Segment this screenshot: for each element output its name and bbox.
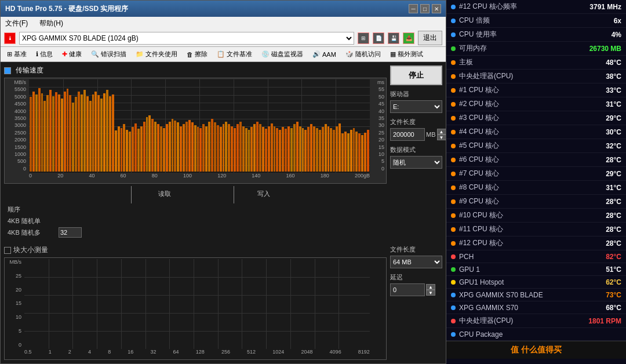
chart-bar xyxy=(339,123,341,172)
tab-info[interactable]: ℹ 信息 xyxy=(32,48,57,60)
chart-bar xyxy=(81,94,83,172)
sep-line-read xyxy=(131,186,132,203)
monitor-bullet xyxy=(451,116,456,121)
chart-bar xyxy=(103,93,105,172)
chart-bar xyxy=(307,127,310,172)
device-bar: 🌡 XPG GAMMIX S70 BLADE (1024 gB) ⊞ 📄 💾 📥… xyxy=(1,30,446,47)
file-length-spinner: ▲ ▼ xyxy=(437,129,446,140)
chart-area: 传输速度 MB/s 5500 5000 4500 4000 3500 3000 … xyxy=(4,65,387,238)
maximize-button[interactable]: □ xyxy=(420,4,430,13)
file-menu[interactable]: 文件(F) xyxy=(3,17,30,30)
monitor-bullet xyxy=(451,46,456,51)
chart-bar xyxy=(140,126,143,172)
help-menu[interactable]: 帮助(H) xyxy=(37,17,65,30)
delay-input[interactable] xyxy=(390,283,425,296)
stop-button[interactable]: 停止 xyxy=(390,65,442,85)
chart-bar xyxy=(217,125,219,172)
scan-icon: 🔍 xyxy=(91,50,99,58)
spin-down[interactable]: ▼ xyxy=(437,134,446,140)
spin-up[interactable]: ▲ xyxy=(437,129,446,134)
monitor-bullet xyxy=(451,319,456,323)
block-size-checkbox[interactable] xyxy=(4,247,11,254)
monitor-row: CPU Package xyxy=(446,328,626,341)
tab-random[interactable]: 🎲 随机访问 xyxy=(341,48,385,60)
chart-bar xyxy=(367,130,369,172)
lower-grid-v1 xyxy=(49,259,49,349)
chart-bar xyxy=(89,101,92,172)
chart-bar xyxy=(262,127,264,172)
monitor-item-value: 82°C xyxy=(606,253,621,261)
chart-bar xyxy=(83,90,86,172)
chart-bar xyxy=(268,126,270,172)
close-button[interactable]: ✕ xyxy=(432,4,441,13)
tab-folder[interactable]: 📁 文件夹使用 xyxy=(132,48,181,60)
chart-bar xyxy=(259,124,261,172)
tab-filebench[interactable]: 📋 文件基准 xyxy=(213,48,256,60)
chart-bar xyxy=(304,130,307,172)
transfer-speed-label: 传输速度 xyxy=(16,65,43,75)
drive-select[interactable]: E: xyxy=(390,100,442,113)
tab-extra[interactable]: ▦ 额外测试 xyxy=(386,48,427,60)
monitor-row: CPU 使用率4% xyxy=(446,28,626,42)
chart-bar xyxy=(220,127,222,172)
tab-scan[interactable]: 🔍 错误扫描 xyxy=(87,48,130,60)
monitor-row: #2 CPU 核心31°C xyxy=(446,97,626,111)
delay-spinner: ▲ ▼ xyxy=(426,284,435,296)
chart-bar xyxy=(46,95,49,172)
monitor-row: #8 CPU 核心31°C xyxy=(446,181,626,195)
chart-bar xyxy=(126,130,128,172)
lower-grid-h1 xyxy=(24,277,370,278)
drive-label: 驱动器 xyxy=(390,90,442,99)
monitor-row: GPU1 Hotspot62°C xyxy=(446,276,626,289)
chart-bar xyxy=(180,126,182,172)
chart-bar xyxy=(166,124,168,172)
chart-bar xyxy=(344,132,347,172)
chart-bar xyxy=(115,130,117,172)
delay-spin-down[interactable]: ▼ xyxy=(426,290,435,296)
monitor-item-label: GPU 1 xyxy=(459,265,606,274)
device-selector[interactable]: XPG GAMMIX S70 BLADE (1024 gB) xyxy=(19,32,354,45)
tab-aam[interactable]: 🔊 AAM xyxy=(308,49,340,60)
monitor-item-value: 38°C xyxy=(606,72,621,81)
monitor-bullet xyxy=(451,144,456,148)
chart-bar xyxy=(194,125,196,172)
data-mode-select[interactable]: 随机 xyxy=(390,156,442,169)
folder-icon: 📁 xyxy=(136,50,144,58)
chart-bar xyxy=(325,124,327,172)
monitor-row: #12 CPU 核心28°C xyxy=(446,236,626,250)
queue-depth-input[interactable] xyxy=(59,227,82,238)
chart-bar xyxy=(231,126,233,172)
exit-button[interactable]: 退出 xyxy=(418,31,442,45)
monitor-row: #11 CPU 核心28°C xyxy=(446,223,626,236)
test-row-4kbs: 4KB 随机单 xyxy=(8,215,383,227)
chart-bar xyxy=(132,127,134,172)
transfer-speed-checkbox[interactable] xyxy=(4,67,11,74)
chart-bar xyxy=(78,92,80,172)
tab-benchmark[interactable]: ⊞ 基准 xyxy=(3,48,31,60)
file-length-input[interactable] xyxy=(390,128,425,141)
lower-grid-v6 xyxy=(169,259,170,349)
lower-chart-area: 块大小测量 读取 写入 xyxy=(4,245,387,360)
lower-grid-v2 xyxy=(72,259,73,349)
monitor-item-label: #5 CPU 核心 xyxy=(459,141,606,151)
tab-erase[interactable]: 🗑 擦除 xyxy=(183,48,212,60)
device-icon4: 💾 xyxy=(388,32,399,44)
chart-bar xyxy=(239,122,242,172)
tab-health[interactable]: ✚ 健康 xyxy=(58,48,86,60)
delay-spin-up[interactable]: ▲ xyxy=(426,284,435,290)
tab-diskmonitor[interactable]: 💿 磁盘监视器 xyxy=(257,48,307,60)
chart-bar xyxy=(94,92,97,172)
chart-bar xyxy=(361,135,363,172)
monitor-item-label: #11 CPU 核心 xyxy=(459,224,606,234)
lower-file-length-select[interactable]: 64 MB xyxy=(390,256,442,268)
monitor-item-value: 28°C xyxy=(606,198,621,206)
chart-bar xyxy=(250,127,253,172)
monitor-bullet xyxy=(451,88,456,93)
main-content: 传输速度 MB/s 5500 5000 4500 4000 3500 3000 … xyxy=(1,62,446,363)
monitor-item-value: 3791 MHz xyxy=(589,3,621,11)
chart-bar xyxy=(75,97,77,172)
chart-bar xyxy=(322,127,324,172)
chart-bar xyxy=(183,124,185,172)
monitor-row: GPU 151°C xyxy=(446,263,626,276)
minimize-button[interactable]: ─ xyxy=(409,4,418,13)
